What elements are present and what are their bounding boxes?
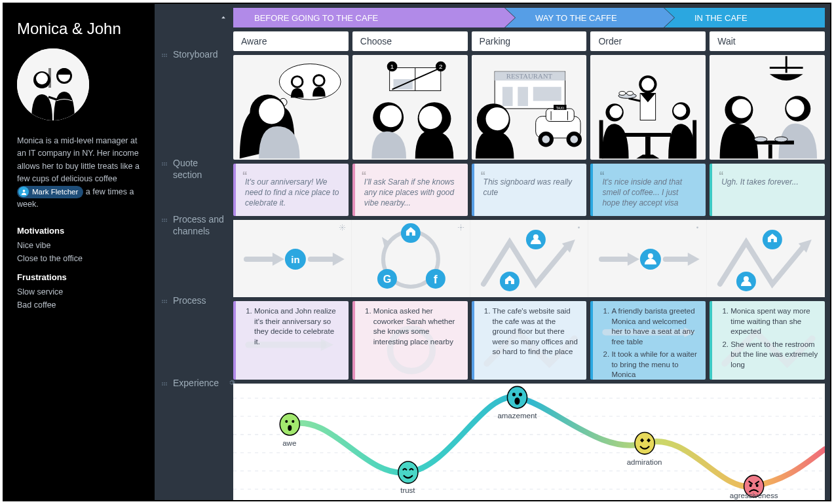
google-icon: G [383,274,391,285]
svg-line-123 [340,225,341,226]
motivation-item: Nice vibe [17,241,142,250]
process-cell[interactable]: A friendly barista greeted Monica and we… [590,301,706,380]
exp-label: agressiveness [730,492,778,499]
row-label-process-channels[interactable]: Process and channels [155,207,233,288]
grip-icon[interactable] [161,159,168,171]
frustrations-heading: Frustrations [17,272,142,282]
col-title: Choose [360,36,392,46]
phase-before[interactable]: BEFORE GOING TO THE CAFE [233,8,515,27]
svg-point-10 [166,54,167,55]
row-label-text: Experience [173,377,219,389]
process-cell[interactable]: The cafe's website said the cafe was at … [472,301,587,380]
quote-text: I'll ask Sarah if she knows any nice pla… [364,177,459,209]
channels-cell[interactable]: in [233,220,352,297]
experience-chart[interactable]: awe trust amazement admiration agressive… [233,384,825,500]
svg-point-157 [744,276,749,281]
grip-icon[interactable] [161,297,168,308]
row-label-text: Storyboard [173,48,218,60]
svg-marker-153 [688,253,700,266]
row-label-quote[interactable]: Quote section [155,151,233,207]
phase-label: BEFORE GOING TO THE CAFE [254,13,378,23]
grip-icon[interactable] [161,50,168,62]
process-cell[interactable]: Monica asked her coworker Sarah whether … [352,301,468,380]
phase-in-cafe[interactable]: IN THE CAFE [664,8,825,27]
facebook-icon: f [434,273,438,286]
svg-marker-131 [333,253,345,266]
exp-label: admiration [627,458,662,466]
svg-text:TAXI: TAXI [556,106,564,110]
process-cell[interactable]: Monica and John realize it's their anniv… [233,301,349,380]
process-item: The cafe's website said the cafe was at … [493,306,580,357]
row-label-experience[interactable]: Experience [155,370,233,391]
row-label-process[interactable]: Process [155,288,233,370]
svg-point-178 [635,433,654,454]
col-title: Aware [241,36,267,46]
svg-line-125 [340,228,341,229]
quote-text: Ugh. It takes forever... [721,177,816,187]
col-header[interactable]: Choose [352,31,468,51]
journey-map-app: Monica & John Monica is a mid-level mana… [3,3,831,501]
quote-cell[interactable]: It's nice inside and that smell of coffe… [590,164,706,216]
svg-point-105 [673,104,687,117]
svg-point-139 [401,223,421,243]
svg-point-13 [166,56,167,57]
collapse-icon[interactable] [155,9,233,22]
col-title: Parking [480,36,510,46]
gear-icon[interactable] [339,224,346,233]
linkedin-icon: in [291,254,299,265]
storyboard-cell-parking[interactable]: RESTAURANT TAXI [472,55,587,160]
svg-point-35 [162,384,163,386]
svg-point-147 [696,226,698,228]
quote-cell[interactable]: This signboard was really cute [472,164,587,216]
svg-point-34 [166,382,167,384]
persona-title: Monica & John [17,20,142,38]
col-header[interactable]: Aware [233,31,349,51]
experience-row: awe trust amazement admiration agressive… [233,384,825,500]
svg-rect-106 [625,133,671,137]
col-header[interactable]: Wait [710,31,825,51]
persona-sidebar: Monica & John Monica is a mid-level mana… [4,4,155,500]
quote-cell[interactable]: It's our anniversary! We need to find a … [233,164,349,216]
svg-point-142 [578,226,580,228]
grip-icon[interactable] [161,215,168,227]
quote-text: It's our anniversary! We need to find a … [245,177,339,209]
quote-cell[interactable]: I'll ask Sarah if she knows any nice pla… [352,164,468,216]
gear-icon[interactable] [457,224,464,233]
quote-cell[interactable]: Ugh. It takes forever... [710,164,825,216]
process-cell[interactable]: Monica spent way more time waiting than … [710,301,825,380]
storyboard-cell-wait[interactable] [710,55,825,160]
col-header[interactable]: Order [590,31,706,51]
gear-icon[interactable] [694,224,701,233]
svg-point-116 [775,137,788,142]
channels-cell[interactable]: G f [352,220,470,297]
svg-point-182 [749,484,752,487]
storyboard-cell-choose[interactable]: 1 2 [352,55,468,160]
svg-point-29 [162,302,163,303]
svg-point-171 [292,420,294,423]
phase-way[interactable]: WAY TO THE CAFFE [505,8,674,27]
svg-point-96 [642,78,655,91]
svg-point-26 [162,300,163,301]
storyboard-cell-order[interactable] [590,55,706,160]
row-labels-column: Storyboard Quote section Process and cha… [155,4,233,500]
process-item: A friendly barista greeted Monica and we… [611,306,699,347]
svg-line-98 [629,98,641,101]
row-label-storyboard[interactable]: Storyboard [155,42,233,151]
grip-icon[interactable] [161,379,168,391]
exp-label: trust [400,486,415,494]
svg-point-76 [419,106,442,129]
gear-icon[interactable] [575,224,582,233]
mention-label: Mark Fletcher [32,187,78,198]
channels-cell[interactable] [707,220,825,297]
persona-avatar[interactable] [17,48,89,120]
svg-point-25 [166,221,167,222]
mention-chip[interactable]: Mark Fletcher [17,186,83,199]
col-header[interactable]: Parking [472,31,587,51]
storyboard-cell-aware[interactable] [233,55,349,160]
channels-cell[interactable] [588,220,707,297]
channels-cell[interactable] [470,220,589,297]
svg-line-126 [343,225,344,226]
svg-point-18 [164,164,165,166]
svg-point-90 [542,135,550,143]
svg-point-60 [293,77,302,86]
